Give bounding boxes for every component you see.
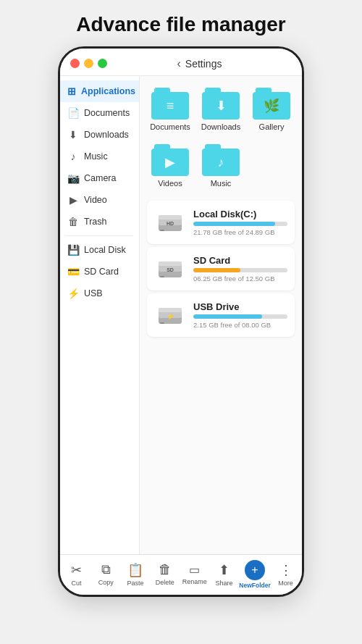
back-arrow-icon[interactable]: ‹: [177, 57, 181, 70]
sidebar-item-trash[interactable]: 🗑 Trash: [60, 211, 139, 233]
usb-drive-info: USB Drive 2.15 GB free of 08.00 GB: [193, 301, 287, 329]
folder-label-music: Music: [211, 179, 232, 188]
svg-rect-9: [160, 276, 164, 277]
new-folder-label: NewFolder: [239, 582, 270, 589]
sd-card-bar-bg: [193, 268, 287, 272]
toolbar-copy[interactable]: ⧉ Copy: [91, 562, 120, 586]
toolbar-more[interactable]: ⋮ More: [272, 562, 300, 587]
storage-sd-card[interactable]: SD SD Card 06.25 GB free of 12.50 GB: [147, 247, 295, 290]
toolbar-new-folder[interactable]: + NewFolder: [239, 560, 270, 589]
folder-music[interactable]: ♪ Music: [198, 140, 244, 192]
toolbar-rename[interactable]: ▭ Rename: [180, 563, 209, 585]
sidebar-item-usb[interactable]: ⚡ USB: [60, 283, 139, 304]
paste-icon: 📋: [127, 562, 143, 578]
header-center: ‹ Settings: [107, 57, 292, 70]
folder-downloads[interactable]: ⬇ Downloads: [198, 83, 244, 135]
share-icon: ⬆: [219, 562, 230, 578]
toolbar-delete[interactable]: 🗑 Delete: [151, 562, 180, 586]
folder-label-videos: Videos: [158, 179, 182, 188]
folder-icon-downloads: ⬇: [202, 88, 240, 120]
folder-gallery[interactable]: 🌿 Gallery: [248, 83, 295, 135]
maximize-button[interactable]: [98, 59, 107, 68]
svg-text:⚡: ⚡: [167, 312, 175, 321]
share-label: Share: [215, 580, 232, 587]
trash-icon: 🗑: [67, 216, 79, 227]
sidebar-label-trash: Trash: [84, 217, 107, 227]
folder-documents[interactable]: ≡ Documents: [147, 83, 193, 135]
sidebar-label-music: Music: [84, 151, 108, 162]
usb-icon: ⚡: [67, 288, 79, 299]
bottom-toolbar: ✂ Cut ⧉ Copy 📋 Paste 🗑 Delete ▭ Rename ⬆…: [60, 554, 302, 595]
toolbar-paste[interactable]: 📋 Paste: [121, 562, 150, 587]
folder-label-documents: Documents: [150, 122, 190, 131]
folder-icon-music: ♪: [202, 144, 240, 176]
local-disk-bar-bg: [193, 222, 287, 226]
storage-local-disk[interactable]: HD Local Disk(C:) 21.78 GB free of 24.89…: [147, 201, 295, 244]
sidebar-item-documents[interactable]: 📄 Documents: [60, 102, 139, 124]
sidebar-divider: [66, 235, 133, 236]
local-disk-bar-fill: [193, 222, 275, 226]
toolbar-share[interactable]: ⬆ Share: [209, 562, 238, 587]
copy-label: Copy: [98, 579, 114, 586]
folder-videos[interactable]: ▶ Videos: [147, 140, 193, 192]
music-icon: ♪: [67, 151, 79, 162]
paste-label: Paste: [127, 580, 144, 587]
svg-rect-4: [160, 230, 164, 231]
toolbar-cut[interactable]: ✂ Cut: [62, 562, 90, 587]
content-area: ⊞ Applications 📄 Documents ⬇ Downloads ♪…: [60, 76, 302, 554]
rename-icon: ▭: [189, 563, 200, 577]
applications-icon: ⊞: [67, 85, 76, 97]
sd-card-free: 06.25 GB free of 12.50 GB: [193, 275, 287, 283]
sidebar-item-local-disk[interactable]: 💾 Local Disk: [60, 239, 139, 261]
usb-drive-bar-fill: [193, 314, 262, 319]
svg-rect-14: [160, 322, 164, 324]
sd-card-bar-fill: [193, 268, 240, 272]
svg-rect-7: [159, 262, 182, 266]
svg-text:HD: HD: [167, 221, 174, 226]
sidebar-label-applications: Applications: [81, 86, 135, 96]
storage-usb-drive[interactable]: ⚡ USB Drive 2.15 GB free of 08.00 GB: [147, 293, 295, 337]
svg-rect-12: [159, 308, 182, 312]
main-panel: ≡ Documents ⬇ Downloads: [140, 76, 302, 554]
window-controls: [70, 59, 107, 68]
folder-grid: ≡ Documents ⬇ Downloads: [147, 83, 295, 192]
sidebar-label-downloads: Downloads: [84, 130, 129, 140]
camera-icon: 📷: [67, 172, 79, 184]
new-folder-icon-wrap: +: [245, 560, 265, 580]
svg-text:SD: SD: [167, 267, 174, 272]
sd-card-name: SD Card: [193, 255, 287, 266]
folder-label-gallery: Gallery: [259, 122, 285, 131]
cut-icon: ✂: [71, 562, 82, 578]
sidebar-item-sd-card[interactable]: 💳 SD Card: [60, 261, 139, 283]
close-button[interactable]: [70, 59, 80, 68]
svg-rect-2: [159, 215, 182, 219]
delete-icon: 🗑: [159, 562, 172, 577]
sidebar-item-downloads[interactable]: ⬇ Downloads: [60, 124, 139, 146]
sidebar-label-documents: Documents: [84, 108, 130, 118]
delete-label: Delete: [156, 579, 174, 586]
minimize-button[interactable]: [84, 59, 93, 68]
phone-frame: ‹ Settings ⊞ Applications 📄 Documents ⬇ …: [58, 46, 304, 597]
usb-drive-icon: ⚡: [154, 299, 186, 331]
cut-label: Cut: [71, 580, 81, 587]
folder-label-downloads: Downloads: [201, 122, 240, 131]
sidebar-label-camera: Camera: [84, 173, 116, 183]
sidebar-label-video: Video: [84, 195, 107, 205]
sd-card-drive-icon: SD: [154, 253, 186, 285]
sidebar-item-camera[interactable]: 📷 Camera: [60, 167, 139, 189]
sidebar-label-local-disk: Local Disk: [84, 245, 126, 255]
header-title: Settings: [185, 58, 222, 70]
sidebar-item-video[interactable]: ▶ Video: [60, 189, 139, 211]
more-label: More: [278, 580, 293, 587]
sidebar-item-music[interactable]: ♪ Music: [60, 146, 139, 167]
usb-drive-free: 2.15 GB free of 08.00 GB: [193, 321, 287, 329]
page-title: Advance file manager: [76, 13, 285, 36]
local-disk-name: Local Disk(C:): [193, 209, 287, 219]
usb-drive-name: USB Drive: [193, 301, 287, 312]
local-disk-free: 21.78 GB free of 24.89 GB: [193, 228, 287, 236]
video-icon: ▶: [67, 194, 79, 206]
sidebar: ⊞ Applications 📄 Documents ⬇ Downloads ♪…: [60, 76, 140, 554]
folder-icon-videos: ▶: [151, 144, 189, 176]
copy-icon: ⧉: [101, 562, 111, 577]
sidebar-item-applications[interactable]: ⊞ Applications: [60, 80, 139, 102]
